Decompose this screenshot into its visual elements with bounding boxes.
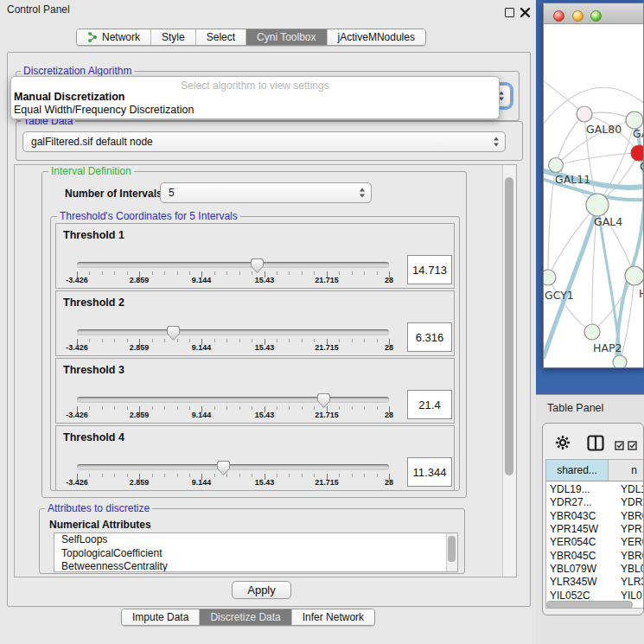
table-data-combobox[interactable]: galFiltered.sif default node xyxy=(22,131,506,152)
threshold-1-label: Threshold 1 xyxy=(63,229,124,241)
zoom-traffic-light-icon[interactable] xyxy=(590,10,602,22)
list-item[interactable]: TopologicalCoefficient xyxy=(54,547,457,561)
settings-gear-icon[interactable] xyxy=(555,435,571,454)
stepper-arrows-icon xyxy=(360,188,365,198)
dropdown-option-manual[interactable]: Manual Discretization xyxy=(11,91,499,104)
control-panel: Control Panel Network Style Select Cyni … xyxy=(0,0,536,644)
apply-button[interactable]: Apply xyxy=(232,581,291,599)
tab-select[interactable]: Select xyxy=(196,29,246,45)
threshold-2-slider-track[interactable] xyxy=(77,329,389,335)
attributes-title: Attributes to discretize xyxy=(45,502,152,514)
tick-label: 28 xyxy=(385,478,393,487)
network-node[interactable] xyxy=(577,106,592,122)
close-traffic-light-icon[interactable] xyxy=(553,10,564,22)
table-cell[interactable]: YBL079W xyxy=(550,563,596,576)
tick-label: 9.144 xyxy=(192,276,212,284)
threshold-2-label: Threshold 2 xyxy=(63,296,124,309)
stepper-arrows-icon xyxy=(494,137,499,147)
numerical-attributes-list: SelfLoops TopologicalCoefficient Between… xyxy=(54,532,458,572)
tab-style[interactable]: Style xyxy=(151,29,196,45)
tick-label: 9.144 xyxy=(192,343,212,352)
table-cell[interactable]: YDR27... xyxy=(550,496,592,509)
threshold-3-slider-track[interactable] xyxy=(77,397,389,403)
list-scrollbar-thumb[interactable] xyxy=(448,536,456,562)
network-canvas[interactable]: GAL80 GA C GAL11 GAL4 GCY1 H HAP2 xyxy=(544,24,644,368)
tick-label: 21.715 xyxy=(315,411,339,419)
tick-label: 9.144 xyxy=(192,411,212,419)
dropdown-placeholder-item[interactable]: Select algorithm to view settings xyxy=(11,77,499,91)
tick-label: 28 xyxy=(385,343,393,352)
table-cell[interactable]: YPR1 xyxy=(621,523,644,536)
table-cell[interactable]: YBR0 xyxy=(621,550,644,563)
node-label: HAP2 xyxy=(593,341,622,354)
dropdown-option-equal-width[interactable]: Equal Width/Frequency Discretization xyxy=(11,104,499,117)
list-item[interactable]: BetweennessCentrality xyxy=(54,560,457,572)
threshold-3-value-field[interactable]: 21.4 xyxy=(407,390,452,419)
horizontal-scrollbar-thumb[interactable] xyxy=(546,601,633,609)
list-item[interactable]: SelfLoops xyxy=(54,533,457,547)
tab-cyni-toolbox[interactable]: Cyni Toolbox xyxy=(246,29,327,45)
numerical-attributes-label: Numerical Attributes xyxy=(49,519,151,531)
tick-label: 21.715 xyxy=(315,343,339,352)
tick-label: -3.426 xyxy=(66,343,88,352)
column-header-shared-name[interactable]: shared... xyxy=(546,460,609,481)
tick-label: 2.859 xyxy=(130,478,150,487)
interval-definition-title: Interval Definition xyxy=(48,165,134,177)
column-view-icon[interactable] xyxy=(587,435,604,455)
node-label: GA xyxy=(633,127,644,140)
table-panel-titlebar: Table Panel xyxy=(536,394,644,420)
table-cell[interactable]: YLR3 xyxy=(621,576,644,589)
top-tab-bar: Network Style Select Cyni Toolbox jActiv… xyxy=(76,29,426,46)
threshold-1-slider-track[interactable] xyxy=(77,262,389,268)
tick-label: 28 xyxy=(385,276,393,284)
tab-discretize-data[interactable]: Discretize Data xyxy=(200,609,291,625)
table-cell[interactable]: YLR345W xyxy=(550,576,597,589)
network-node[interactable] xyxy=(586,194,609,216)
table-cell[interactable]: YER054C xyxy=(550,536,596,549)
threshold-2-value-field[interactable]: 6.316 xyxy=(407,322,452,352)
table-cell[interactable]: YDR2 xyxy=(621,496,644,509)
float-window-icon[interactable] xyxy=(505,8,514,17)
table-cell[interactable]: YBL0 xyxy=(621,563,644,576)
network-node[interactable] xyxy=(625,266,644,285)
number-of-intervals-combobox[interactable]: 5 xyxy=(160,182,372,203)
checkbox-checked-icon[interactable] xyxy=(628,438,638,454)
minimize-traffic-light-icon[interactable] xyxy=(572,10,583,22)
threshold-4-slider-track[interactable] xyxy=(77,464,389,470)
threshold-4-value-field[interactable]: 11.344 xyxy=(407,457,452,487)
checkbox-checked-icon[interactable] xyxy=(615,438,625,454)
network-node[interactable] xyxy=(584,324,600,340)
close-icon[interactable] xyxy=(520,6,531,17)
tick-label: -3.426 xyxy=(66,276,88,284)
table-panel: shared... n YDL19... YDL1 YDR27... YDR2 … xyxy=(542,423,644,615)
algorithm-dropdown-popup: Select algorithm to view settings Manual… xyxy=(10,76,500,119)
table-cell[interactable]: YDL19... xyxy=(550,483,590,496)
tab-impute-data[interactable]: Impute Data xyxy=(122,609,200,625)
table-cell[interactable]: YBR0 xyxy=(621,510,644,523)
tick-label: -3.426 xyxy=(66,478,88,487)
tick-label: 21.715 xyxy=(315,276,339,284)
table-cell[interactable]: YDL1 xyxy=(621,483,644,496)
threshold-1-value-field[interactable]: 14.713 xyxy=(407,255,452,284)
network-node[interactable] xyxy=(613,355,627,368)
network-view-window[interactable]: GAL80 GA C GAL11 GAL4 GCY1 H HAP2 xyxy=(543,3,644,368)
table-cell[interactable]: YPR145W xyxy=(550,523,598,536)
tab-infer-network[interactable]: Infer Network xyxy=(292,609,374,625)
tick-label: 15.43 xyxy=(255,276,275,284)
tick-label: 15.43 xyxy=(255,411,275,419)
network-node[interactable] xyxy=(549,158,564,173)
network-node[interactable] xyxy=(544,270,556,285)
table-cell[interactable]: YBR045C xyxy=(550,550,596,563)
tab-network[interactable]: Network xyxy=(77,29,151,45)
network-window-titlebar[interactable] xyxy=(544,3,643,24)
table-cell[interactable]: YER0 xyxy=(621,536,644,549)
network-node-selected[interactable] xyxy=(631,145,644,161)
network-node[interactable] xyxy=(626,112,643,129)
threshold-4-panel: Threshold 4 -3.426 2.859 9.144 15.43 21.… xyxy=(55,425,455,491)
node-label: GAL80 xyxy=(586,123,622,136)
tab-jactivemnodules[interactable]: jActiveMNodules xyxy=(328,29,425,45)
table-cell[interactable]: YBR043C xyxy=(550,510,596,523)
node-label: H xyxy=(639,287,644,300)
vertical-scrollbar-thumb[interactable] xyxy=(505,177,513,475)
column-header-name[interactable]: n xyxy=(609,460,644,481)
